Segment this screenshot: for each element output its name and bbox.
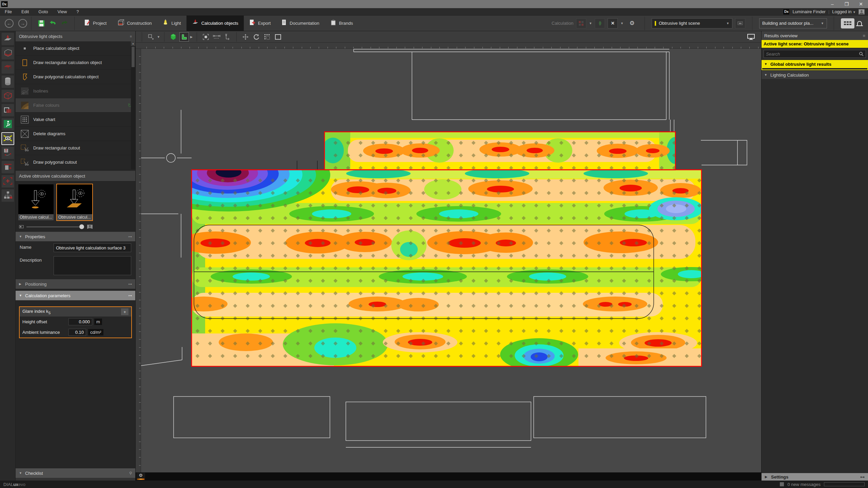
name-input[interactable] [54,243,131,252]
start-calculation-icon[interactable] [576,18,586,28]
value-chart-icon [20,115,29,124]
section-properties[interactable]: ▼Properties⊶ [16,232,135,241]
move-view-dropdown-icon[interactable]: ▼ [157,35,160,39]
strip-tool-escape-route[interactable] [1,118,14,131]
search-input[interactable] [766,52,859,57]
logged-in-menu[interactable]: Logged in ▼ [832,9,856,14]
luminaire-finder-link[interactable]: Luminaire Finder [792,9,826,14]
settings-bar[interactable]: ▶Settings⊶ [762,473,868,481]
strip-tool-furniture[interactable] [1,61,14,74]
cancel-dropdown-icon[interactable]: ▼ [620,22,624,25]
menu-goto[interactable]: Goto [34,9,53,14]
back-button[interactable]: ← [5,19,14,28]
redo-icon[interactable] [59,18,70,29]
notifications-bell-icon[interactable] [857,21,862,25]
ambient-luminance-unit: cd/m² [88,329,103,336]
panel-menu-icon[interactable]: ≡ [130,35,132,38]
calc-object-thumbnail-1[interactable]: Obtrusive calcul... [18,184,54,220]
window-controls: – ❐ ✕ [825,1,868,7]
strip-tool-cutout[interactable] [1,104,14,117]
strip-tool-working-plane[interactable] [1,161,14,174]
tab-construction[interactable]: Construction [112,16,157,31]
menu-view[interactable]: View [53,9,72,14]
section-positioning[interactable]: ▶Positioning⊶ [16,279,135,289]
strip-tool-text-label[interactable]: T [1,146,14,159]
height-offset-input[interactable]: 0.000 [68,318,92,325]
tool-draw-rectangular-calculation-object[interactable]: Draw rectangular calculation object [16,56,135,70]
messages-label[interactable]: 0 new messages [787,482,821,487]
section-calculation-parameters[interactable]: ▼Calculation parameters⊶ [16,291,135,300]
poly-draw-icon [20,73,29,81]
tool-value-chart[interactable]: Value chart [16,113,135,127]
maximize-button[interactable]: ❐ [840,1,854,7]
view-3d-icon[interactable] [169,32,178,42]
tool-false-colours: False colours ↻ [16,98,135,113]
ambient-luminance-input[interactable]: 0.10 [68,329,86,336]
settings-gear-icon[interactable]: ⚙ [626,18,638,29]
search-field[interactable] [764,50,866,58]
monitor-icon[interactable] [746,32,756,42]
documentation-icon [281,19,287,27]
cancel-calculation-icon[interactable]: ✕ [608,18,618,28]
menu-edit[interactable]: Edit [17,9,34,14]
user-avatar[interactable] [859,9,865,15]
keypad-icon[interactable] [841,18,854,28]
energy-icon[interactable] [595,18,605,28]
section-checklist[interactable]: ▼Checklist⚲ [16,468,135,478]
add-parameter-button[interactable]: + [121,308,129,315]
description-input[interactable] [54,256,131,275]
undo-icon[interactable] [47,18,59,29]
thumbnail-size-slider[interactable] [16,222,135,230]
scene-preview-icon[interactable] [735,18,745,28]
strip-tool-column[interactable] [1,75,14,88]
tool-list: Place calculation object Draw rectangula… [16,41,135,169]
view-2d-plan-icon[interactable] [179,32,189,42]
light-scene-dropdown[interactable]: Obtrusive light scene ▼ [652,18,732,28]
tool-draw-rectangular-cutout[interactable]: Draw rectangular cutout [16,141,135,155]
scale-settings-gear-icon[interactable]: ⚙ [136,473,145,480]
forward-button[interactable]: → [18,19,27,28]
calculation-dropdown-icon[interactable]: ▼ [589,22,592,25]
tab-documentation[interactable]: Documentation [276,16,324,31]
menu-file[interactable]: File [0,9,17,14]
measure-horizontal-icon[interactable] [212,32,221,42]
tool-draw-polygonal-cutout[interactable]: Draw polygonal cutout [16,155,135,169]
strip-tool-assessment-zone[interactable] [1,89,14,102]
strip-tool-hierarchy[interactable] [1,189,14,202]
tab-light[interactable]: Light [157,16,186,31]
tool-draw-polygonal-calculation-object[interactable]: Draw polygonal calculation object [16,70,135,84]
place-icon [20,44,29,53]
tab-calculation-objects[interactable]: Calculation objects [186,16,244,31]
strip-tool-room[interactable] [1,47,14,60]
strip-tool-camera[interactable] [1,175,14,188]
strip-tool-calculation-surface[interactable] [1,33,14,45]
save-icon[interactable] [36,18,47,29]
view-more-icon[interactable]: ▶ [190,35,193,39]
tab-project[interactable]: Project [79,16,112,31]
measure-vertical-icon[interactable] [223,32,232,42]
strip-tool-obtrusive-light[interactable] [1,132,14,145]
rotate-object-icon[interactable] [252,32,261,42]
menu-?[interactable]: ? [72,9,84,14]
view-mode-dropdown[interactable]: Building and outdoor pla... ▼ [759,18,827,28]
move-view-icon[interactable] [146,32,156,42]
tab-brands[interactable]: Brands [325,16,358,31]
lighting-calculation-header[interactable]: ▼Lighting Calculation [762,71,868,79]
results-menu-icon[interactable]: ≡ [863,33,865,38]
drawing-area[interactable] [141,49,761,472]
large-thumb-icon [87,224,93,229]
slider-knob[interactable] [79,224,84,229]
close-button[interactable]: ✕ [854,1,868,7]
zoom-fit-icon[interactable] [201,32,211,42]
selection-rect-icon[interactable] [273,32,283,42]
global-results-header[interactable]: ▼Global obtrusive light results [762,60,868,68]
furniture-icon [3,63,12,72]
grid-snap-icon[interactable] [262,32,272,42]
move-object-icon[interactable] [241,32,250,42]
minimize-button[interactable]: – [825,1,840,7]
tool-delete-diagrams[interactable]: Delete diagrams [16,127,135,141]
tool-place-calculation-object[interactable]: Place calculation object [16,41,135,56]
tool-list-scrollbar[interactable]: ▲ [131,41,135,169]
calc-object-thumbnail-2[interactable]: Obtrusive calcul... [57,184,92,220]
tab-export[interactable]: Export [244,16,276,31]
